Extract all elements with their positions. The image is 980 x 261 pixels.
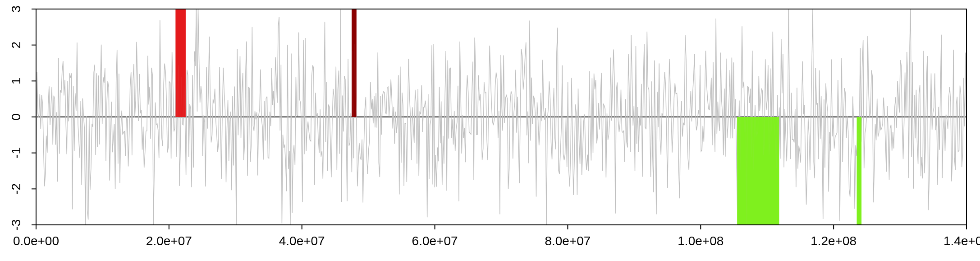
highlight-rect-top-2 (737, 117, 779, 225)
y-tick-label: -1 (9, 147, 23, 158)
y-tick-label: -3 (9, 219, 23, 231)
y-tick-label: 1 (9, 78, 23, 85)
x-tick-label: 1.2e+08 (811, 234, 856, 248)
x-tick-label: 1.0e+08 (678, 234, 724, 248)
y-tick-label: -2 (9, 183, 23, 195)
x-tick-label: 0.0e+00 (13, 234, 59, 248)
chart-container: 0.0e+002.0e+074.0e+076.0e+078.0e+071.0e+… (0, 0, 980, 261)
x-tick-label: 6.0e+07 (412, 234, 458, 248)
chart-svg: 0.0e+002.0e+074.0e+076.0e+078.0e+071.0e+… (0, 0, 980, 261)
highlight-rect-top-1 (352, 9, 356, 117)
y-tick-label: 0 (9, 113, 23, 121)
x-tick-label: 2.0e+07 (146, 234, 192, 248)
highlight-rect-top-0 (176, 9, 186, 117)
plot-area (36, 7, 966, 225)
x-tick-label: 4.0e+07 (279, 234, 325, 248)
y-tick-label: 2 (9, 42, 23, 49)
y-tick-label: 3 (9, 5, 23, 13)
x-tick-label: 8.0e+07 (545, 234, 591, 248)
highlight-rect-top-3 (857, 117, 861, 225)
x-tick-label: 1.4e+08 (943, 234, 980, 248)
